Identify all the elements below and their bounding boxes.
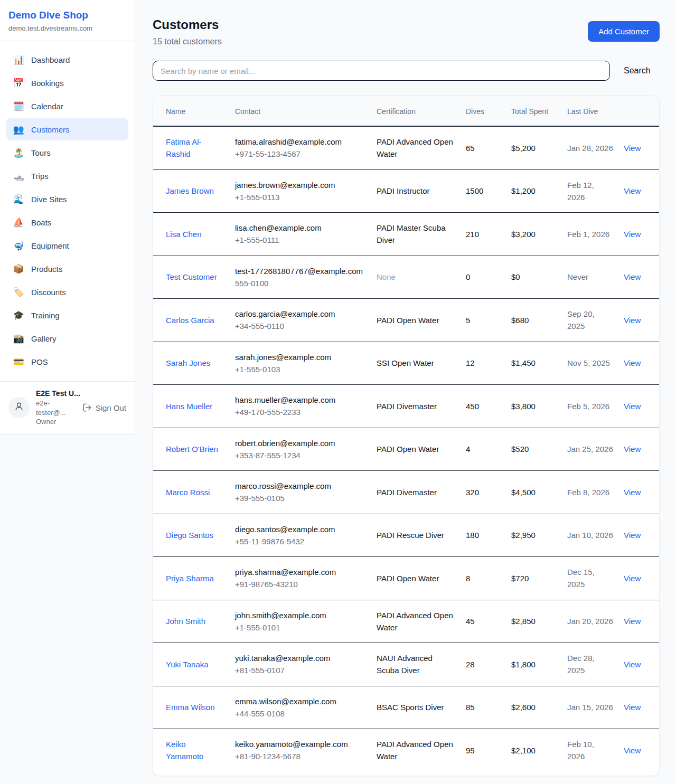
- customer-dives: 12: [461, 342, 506, 385]
- view-link[interactable]: View: [624, 230, 641, 239]
- page-header: Customers 15 total customers Add Custome…: [153, 17, 660, 46]
- sidebar-item-equipment[interactable]: 🤿Equipment: [6, 234, 128, 257]
- sidebar-item-dashboard[interactable]: 📊Dashboard: [6, 49, 128, 71]
- customer-email: priya.sharma@example.com: [235, 566, 366, 578]
- sidebar-item-calendar[interactable]: 🗓️Calendar: [6, 95, 128, 117]
- customer-last-dive: Jan 15, 2026: [562, 686, 618, 729]
- customer-email: lisa.chen@example.com: [235, 222, 366, 234]
- sidebar-item-training[interactable]: 🎓Training: [6, 304, 128, 326]
- credit-card-icon: 💳: [13, 357, 24, 366]
- sidebar-item-dive-sites[interactable]: 🌊Dive Sites: [6, 188, 128, 210]
- view-link[interactable]: View: [624, 531, 641, 540]
- sidebar-item-label: Customers: [31, 125, 70, 134]
- customer-phone: +55-11-99876-5432: [235, 535, 366, 547]
- sidebar-item-bookings[interactable]: 📅Bookings: [6, 72, 128, 94]
- sidebar-item-gallery[interactable]: 📸Gallery: [6, 327, 128, 350]
- customer-name-link[interactable]: Fatima Al-Rashid: [166, 137, 202, 158]
- customer-name-link[interactable]: Diego Santos: [166, 531, 213, 540]
- sign-out-label: Sign Out: [96, 403, 126, 412]
- customer-email: carlos.garcia@example.com: [235, 308, 366, 320]
- customer-certification: PADI Master Scuba Diver: [371, 213, 461, 256]
- customer-name-link[interactable]: Emma Wilson: [166, 703, 215, 712]
- customer-total-spent: $3,800: [506, 385, 562, 428]
- table-row: Lisa Chenlisa.chen@example.com+1-555-011…: [153, 213, 659, 256]
- customer-name-link[interactable]: Hans Mueller: [166, 402, 212, 411]
- table-row: Test Customertest-1772681807767@example.…: [153, 256, 659, 299]
- customer-name-link[interactable]: Carlos Garcia: [166, 316, 214, 325]
- sidebar-item-pos[interactable]: 💳POS: [6, 351, 128, 373]
- search-button[interactable]: Search: [624, 66, 651, 75]
- sidebar-item-discounts[interactable]: 🏷️Discounts: [6, 281, 128, 303]
- customer-name-link[interactable]: Yuki Tanaka: [166, 660, 209, 669]
- customer-name-link[interactable]: James Brown: [166, 186, 214, 195]
- customer-dives: 1500: [461, 169, 506, 213]
- tag-icon: 🏷️: [13, 288, 24, 297]
- column-header-actions: [618, 96, 659, 126]
- view-link[interactable]: View: [624, 402, 641, 411]
- customer-name-link[interactable]: Sarah Jones: [166, 358, 210, 367]
- view-link[interactable]: View: [624, 703, 641, 712]
- customer-certification: BSAC Sports Diver: [371, 686, 461, 729]
- view-link[interactable]: View: [624, 746, 641, 755]
- column-header-contact: Contact: [230, 96, 371, 126]
- customer-certification: PADI Divemaster: [371, 471, 461, 514]
- customer-certification: PADI Advanced Open Water: [371, 729, 461, 776]
- customers-table: NameContactCertificationDivesTotal Spent…: [153, 96, 659, 776]
- view-link[interactable]: View: [624, 358, 641, 367]
- sidebar-item-label: Equipment: [31, 241, 69, 250]
- customer-name-link[interactable]: Test Customer: [166, 272, 217, 281]
- table-row: Fatima Al-Rashidfatima.alrashid@example.…: [153, 126, 659, 169]
- customer-phone: +44-555-0108: [235, 707, 366, 720]
- sidebar-item-products[interactable]: 📦Products: [6, 258, 128, 280]
- sidebar-item-tours[interactable]: 🏝️Tours: [6, 141, 128, 164]
- view-link[interactable]: View: [624, 144, 641, 153]
- sidebar-item-boats[interactable]: ⛵Boats: [6, 211, 128, 233]
- sidebar-item-label: Products: [31, 265, 62, 273]
- customer-name-link[interactable]: Keiko Yamamoto: [166, 740, 203, 761]
- customer-total-spent: $1,450: [506, 342, 562, 385]
- graduation-cap-icon: 🎓: [13, 311, 24, 320]
- customer-email: sarah.jones@example.com: [235, 351, 366, 363]
- customer-name-link[interactable]: Lisa Chen: [166, 230, 202, 239]
- customer-name-link[interactable]: John Smith: [166, 617, 205, 626]
- search-row: Search: [153, 61, 660, 81]
- view-link[interactable]: View: [624, 316, 641, 325]
- sign-out-button[interactable]: Sign Out: [82, 403, 126, 412]
- customer-name-link[interactable]: Priya Sharma: [166, 574, 214, 583]
- customer-total-spent: $1,200: [506, 169, 562, 213]
- search-input[interactable]: [153, 61, 610, 81]
- view-link[interactable]: View: [624, 660, 641, 669]
- customer-email: test-1772681807767@example.com: [235, 265, 366, 277]
- customer-last-dive: Sep 20, 2025: [562, 299, 618, 342]
- view-link[interactable]: View: [624, 445, 641, 454]
- view-link[interactable]: View: [624, 272, 641, 281]
- customer-name-link[interactable]: Robert O'Brien: [166, 445, 218, 454]
- view-link[interactable]: View: [624, 617, 641, 626]
- person-icon: [14, 401, 24, 414]
- people-icon: 👥: [13, 125, 24, 134]
- user-panel: E2E Test U... e2e-tester@... Owner Sign …: [0, 381, 135, 434]
- wave-icon: 🌊: [13, 195, 24, 204]
- view-link[interactable]: View: [624, 488, 641, 497]
- customer-phone: +1-555-0113: [235, 191, 366, 203]
- user-meta: E2E Test U... e2e-tester@... Owner: [36, 389, 76, 427]
- customer-last-dive: Feb 1, 2026: [562, 213, 618, 256]
- column-header-dives: Dives: [461, 96, 506, 126]
- app-title: Demo Dive Shop: [8, 10, 126, 21]
- customer-last-dive: Never: [562, 256, 618, 299]
- customer-phone: +49-170-555-2233: [235, 406, 366, 418]
- customer-last-dive: Feb 8, 2026: [562, 471, 618, 514]
- logout-icon: [82, 403, 92, 412]
- customer-total-spent: $5,200: [506, 126, 562, 169]
- column-header-total-spent: Total Spent: [506, 96, 562, 126]
- sidebar-item-customers[interactable]: 👥Customers: [6, 118, 128, 140]
- sidebar-item-trips[interactable]: 🛥️Trips: [6, 165, 128, 187]
- add-customer-button[interactable]: Add Customer: [588, 21, 660, 42]
- customer-dives: 450: [461, 385, 506, 428]
- view-link[interactable]: View: [624, 186, 641, 195]
- customer-phone: +81-90-1234-5678: [235, 750, 366, 762]
- motorboat-icon: 🛥️: [13, 172, 24, 181]
- bar-chart-icon: 📊: [13, 55, 24, 64]
- customer-name-link[interactable]: Marco Rossi: [166, 488, 210, 497]
- view-link[interactable]: View: [624, 574, 641, 583]
